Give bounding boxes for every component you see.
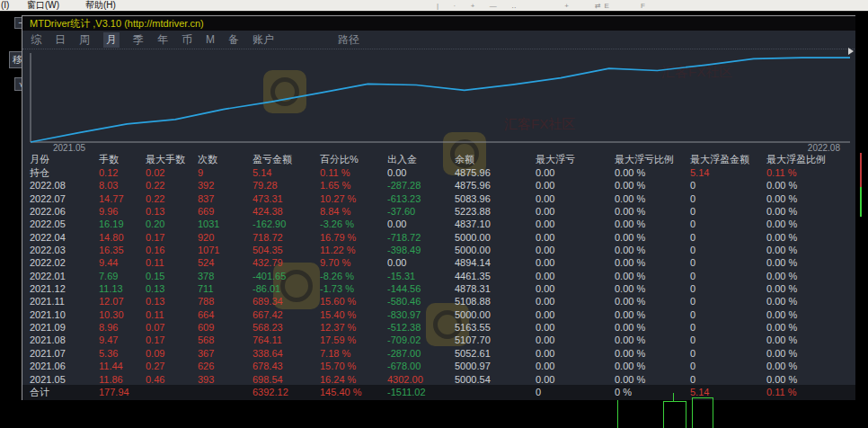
table-cell: 0.46 bbox=[146, 373, 198, 386]
column-header: 最大浮盈金额 bbox=[690, 152, 766, 166]
table-cell: 0.00 % bbox=[615, 321, 690, 334]
tab-季[interactable]: 季 bbox=[133, 32, 144, 48]
table-cell: 0 % bbox=[615, 385, 690, 400]
table-cell: 16.79 % bbox=[320, 231, 387, 244]
table-cell: 0.00 % bbox=[766, 373, 854, 386]
table-cell: 0.00 % bbox=[615, 256, 690, 269]
table-cell: 5223.88 bbox=[455, 205, 536, 218]
table-cell: 0.00 % bbox=[615, 270, 690, 282]
table-cell: 11.13 bbox=[99, 282, 146, 295]
table-cell: 0.00 bbox=[536, 270, 615, 282]
chart-scroll-arrow-icon[interactable] bbox=[848, 48, 854, 55]
table-cell bbox=[455, 385, 536, 400]
menu-item-partial[interactable]: (I) bbox=[1, 0, 9, 11]
table-cell: 2021.11 bbox=[30, 295, 99, 308]
table-cell: 2021.06 bbox=[30, 360, 99, 372]
tab-path[interactable]: 路径 bbox=[338, 32, 359, 48]
table-cell: 0.00 bbox=[536, 295, 615, 308]
table-cell bbox=[198, 385, 252, 400]
table-cell: -162.90 bbox=[252, 218, 320, 230]
edge-red-line bbox=[860, 153, 862, 187]
table-cell: 0 bbox=[690, 244, 766, 256]
table-cell: 0 bbox=[690, 360, 766, 372]
table-row[interactable]: 2022.017.690.15378-401.65-8.26 %-15.3144… bbox=[30, 270, 855, 282]
tab-综[interactable]: 综 bbox=[31, 32, 41, 48]
table-cell: 0.00 % bbox=[766, 334, 854, 346]
tab-M[interactable]: M bbox=[206, 33, 215, 46]
table-cell: 0.00 bbox=[536, 244, 615, 256]
table-cell: -580.46 bbox=[387, 295, 455, 308]
table-cell: 8.84 % bbox=[320, 205, 387, 218]
table-cell: 0.00 bbox=[387, 166, 455, 179]
table-cell: 0 bbox=[690, 295, 766, 308]
table-cell: 0.00 bbox=[536, 231, 615, 244]
table-cell: 0.00 % bbox=[615, 347, 690, 360]
tab-备[interactable]: 备 bbox=[228, 32, 239, 48]
table-cell: 367 bbox=[198, 347, 252, 360]
table-cell: 0 bbox=[690, 321, 766, 334]
table-cell: 0.00 % bbox=[766, 256, 854, 269]
total-row-host: 合计177.946392.12145.40 %-1511.0200 %5.140… bbox=[22, 385, 855, 400]
table-row[interactable]: 2022.0516.190.201031-162.90-3.26 %0.0048… bbox=[30, 218, 855, 230]
table-cell: 0.11 % bbox=[766, 385, 854, 400]
bottom-artifact-box bbox=[692, 397, 713, 428]
table-cell: 698.54 bbox=[252, 373, 320, 386]
equity-curve bbox=[31, 58, 850, 142]
table-cell bbox=[146, 385, 198, 400]
table-cell: 9.96 bbox=[99, 205, 146, 218]
table-cell: 0.00 bbox=[387, 218, 455, 230]
table-cell: 14.80 bbox=[99, 231, 146, 244]
menu-item-window[interactable]: 窗口(W) bbox=[27, 0, 59, 11]
bottom-artifact-box bbox=[663, 401, 686, 428]
table-row[interactable]: 2021.075.360.09367338.647.18 %-287.00505… bbox=[30, 347, 855, 360]
table-row[interactable]: 2021.089.470.17568764.1117.59 %-709.0251… bbox=[30, 334, 855, 346]
bottom-artifact-line bbox=[617, 400, 618, 428]
table-cell: 424.38 bbox=[252, 205, 320, 218]
table-cell: 2022.07 bbox=[30, 192, 99, 205]
table-row[interactable]: 2022.0714.770.22837473.3110.27 %-613.235… bbox=[30, 192, 855, 205]
column-header: 最大手数 bbox=[146, 152, 198, 166]
tab-年[interactable]: 年 bbox=[157, 32, 168, 48]
table-cell: 0.22 bbox=[146, 192, 198, 205]
tab-月[interactable]: 月 bbox=[103, 32, 120, 48]
table-cell: 0 bbox=[690, 373, 766, 386]
table-cell: 0.00 % bbox=[766, 244, 854, 256]
table-cell: 0 bbox=[690, 282, 766, 295]
table-row[interactable]: 2021.098.960.07609568.2312.37 %-512.3851… bbox=[30, 321, 855, 334]
table-row[interactable]: 2022.069.960.13669424.388.84 %-37.605223… bbox=[30, 205, 855, 218]
table-row[interactable]: 2021.1010.300.11664667.4215.40 %-830.975… bbox=[30, 308, 855, 321]
table-cell: 0.00 bbox=[536, 360, 615, 372]
table-cell: 2022.05 bbox=[30, 218, 99, 230]
table-row[interactable]: 2021.1112.070.13788689.3415.60 %-580.465… bbox=[30, 295, 855, 308]
table-row[interactable]: 2021.0511.860.46393698.5416.24 %4302.005… bbox=[30, 373, 855, 386]
table-row[interactable]: 持仓0.120.0295.140.11 %0.004875.960.000.00… bbox=[30, 166, 855, 179]
table-row[interactable]: 2021.0611.440.27626678.4315.70 %-678.005… bbox=[30, 360, 855, 372]
table-cell: 0 bbox=[690, 192, 766, 205]
table-cell: 15.40 % bbox=[320, 308, 387, 321]
tab-日[interactable]: 日 bbox=[55, 32, 66, 48]
table-cell: 0.00 bbox=[536, 179, 615, 192]
table-cell: 5000.54 bbox=[455, 373, 536, 386]
profit-chart[interactable]: 2021.05 2022.08 bbox=[22, 49, 855, 154]
table-cell: 5000.97 bbox=[455, 360, 536, 372]
tab-币[interactable]: 币 bbox=[182, 32, 192, 48]
edge-green-line bbox=[860, 187, 862, 217]
table-row[interactable]: 2022.0414.800.17920718.7216.79 %-718.725… bbox=[30, 231, 855, 244]
table-row[interactable]: 2022.088.030.2239279.281.65 %-287.284875… bbox=[30, 179, 855, 192]
table-cell: 0 bbox=[690, 218, 766, 230]
tab-周[interactable]: 周 bbox=[79, 32, 90, 48]
table-cell: 9 bbox=[198, 166, 252, 179]
table-row[interactable]: 2022.029.440.11524432.799.70 %0.004894.1… bbox=[30, 256, 855, 269]
table-cell: 0.11 bbox=[146, 256, 198, 269]
table-cell: 5108.88 bbox=[455, 295, 536, 308]
table-cell: 9.44 bbox=[99, 256, 146, 269]
tab-账户[interactable]: 账户 bbox=[252, 32, 274, 48]
table-cell: 177.94 bbox=[99, 385, 146, 400]
table-row[interactable]: 2021.1211.130.13711-86.01-1.73 %-144.564… bbox=[30, 282, 855, 295]
stats-table: 月份手数最大手数次数盈亏金额百分比%出入金余额最大浮亏最大浮亏比例最大浮盈金额最… bbox=[22, 152, 855, 386]
table-cell: 0.00 % bbox=[615, 282, 690, 295]
table-total-row[interactable]: 合计177.946392.12145.40 %-1511.0200 %5.140… bbox=[30, 385, 855, 400]
table-cell: 5.14 bbox=[690, 385, 766, 400]
menu-item-help[interactable]: 帮助(H) bbox=[85, 0, 116, 11]
table-row[interactable]: 2022.0316.350.161071504.3511.22 %-398.49… bbox=[30, 244, 855, 256]
